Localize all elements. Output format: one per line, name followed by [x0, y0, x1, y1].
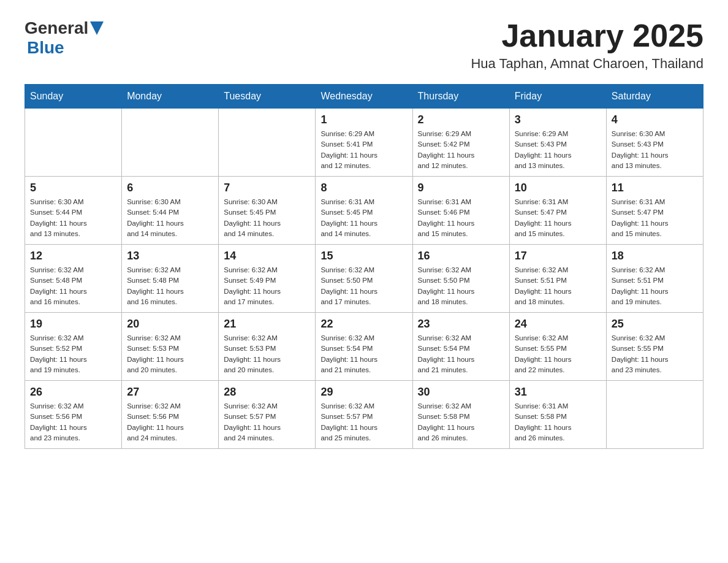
calendar-cell: 6Sunrise: 6:30 AMSunset: 5:44 PMDaylight… — [122, 177, 219, 245]
calendar-week-row-1: 1Sunrise: 6:29 AMSunset: 5:41 PMDaylight… — [25, 109, 703, 177]
day-number: 12 — [30, 250, 116, 262]
calendar-cell: 3Sunrise: 6:29 AMSunset: 5:43 PMDaylight… — [509, 109, 606, 177]
calendar-cell: 25Sunrise: 6:32 AMSunset: 5:55 PMDayligh… — [606, 313, 703, 381]
day-number: 20 — [127, 318, 213, 331]
day-number: 29 — [320, 386, 407, 399]
day-number: 2 — [418, 113, 504, 126]
day-info: Sunrise: 6:31 AMSunset: 5:47 PMDaylight:… — [515, 197, 601, 239]
day-info: Sunrise: 6:32 AMSunset: 5:48 PMDaylight:… — [127, 265, 213, 307]
calendar-cell: 24Sunrise: 6:32 AMSunset: 5:55 PMDayligh… — [509, 313, 606, 381]
day-info: Sunrise: 6:32 AMSunset: 5:50 PMDaylight:… — [320, 265, 407, 307]
month-title: January 2025 — [471, 18, 703, 53]
page-header: General Blue January 2025 Hua Taphan, Am… — [25, 18, 703, 72]
day-info: Sunrise: 6:32 AMSunset: 5:57 PMDaylight:… — [320, 401, 407, 443]
day-info: Sunrise: 6:30 AMSunset: 5:43 PMDaylight:… — [612, 129, 698, 171]
location-title: Hua Taphan, Amnat Charoen, Thailand — [471, 56, 703, 72]
day-info: Sunrise: 6:32 AMSunset: 5:53 PMDaylight:… — [127, 333, 213, 375]
calendar-cell: 18Sunrise: 6:32 AMSunset: 5:51 PMDayligh… — [606, 245, 703, 313]
logo-triangle-icon — [90, 21, 104, 35]
calendar-table: SundayMondayTuesdayWednesdayThursdayFrid… — [25, 84, 703, 449]
day-number: 21 — [224, 318, 310, 331]
day-number: 25 — [612, 318, 698, 331]
calendar-cell: 2Sunrise: 6:29 AMSunset: 5:42 PMDaylight… — [412, 109, 509, 177]
calendar-cell: 15Sunrise: 6:32 AMSunset: 5:50 PMDayligh… — [316, 245, 412, 313]
day-info: Sunrise: 6:32 AMSunset: 5:51 PMDaylight:… — [612, 265, 698, 307]
day-info: Sunrise: 6:32 AMSunset: 5:57 PMDaylight:… — [224, 401, 310, 443]
column-header-saturday: Saturday — [606, 85, 703, 109]
logo-general-text: General — [25, 18, 88, 38]
calendar-cell: 1Sunrise: 6:29 AMSunset: 5:41 PMDaylight… — [316, 109, 412, 177]
day-number: 10 — [515, 182, 601, 194]
day-info: Sunrise: 6:31 AMSunset: 5:46 PMDaylight:… — [418, 197, 504, 239]
column-header-wednesday: Wednesday — [316, 85, 412, 109]
calendar-cell: 21Sunrise: 6:32 AMSunset: 5:53 PMDayligh… — [219, 313, 316, 381]
calendar-cell — [25, 109, 122, 177]
svg-marker-0 — [90, 21, 104, 35]
day-info: Sunrise: 6:32 AMSunset: 5:52 PMDaylight:… — [30, 333, 116, 375]
day-info: Sunrise: 6:32 AMSunset: 5:55 PMDaylight:… — [515, 333, 601, 375]
calendar-cell — [606, 381, 703, 449]
day-info: Sunrise: 6:32 AMSunset: 5:48 PMDaylight:… — [30, 265, 116, 307]
day-number: 28 — [224, 386, 310, 399]
day-number: 18 — [612, 250, 698, 262]
day-number: 23 — [418, 318, 504, 331]
day-number: 26 — [30, 386, 116, 399]
title-section: January 2025 Hua Taphan, Amnat Charoen, … — [471, 18, 703, 72]
day-info: Sunrise: 6:29 AMSunset: 5:43 PMDaylight:… — [515, 129, 601, 171]
calendar-week-row-3: 12Sunrise: 6:32 AMSunset: 5:48 PMDayligh… — [25, 245, 703, 313]
calendar-cell: 26Sunrise: 6:32 AMSunset: 5:56 PMDayligh… — [25, 381, 122, 449]
day-info: Sunrise: 6:30 AMSunset: 5:44 PMDaylight:… — [127, 197, 213, 239]
day-number: 1 — [320, 113, 407, 126]
day-info: Sunrise: 6:32 AMSunset: 5:50 PMDaylight:… — [418, 265, 504, 307]
day-info: Sunrise: 6:31 AMSunset: 5:45 PMDaylight:… — [320, 197, 407, 239]
day-number: 9 — [418, 182, 504, 194]
day-number: 24 — [515, 318, 601, 331]
day-info: Sunrise: 6:31 AMSunset: 5:58 PMDaylight:… — [515, 401, 601, 443]
calendar-cell: 13Sunrise: 6:32 AMSunset: 5:48 PMDayligh… — [122, 245, 219, 313]
day-number: 14 — [224, 250, 310, 262]
day-number: 31 — [515, 386, 601, 399]
column-header-monday: Monday — [122, 85, 219, 109]
calendar-week-row-5: 26Sunrise: 6:32 AMSunset: 5:56 PMDayligh… — [25, 381, 703, 449]
calendar-header-row: SundayMondayTuesdayWednesdayThursdayFrid… — [25, 85, 703, 109]
calendar-week-row-2: 5Sunrise: 6:30 AMSunset: 5:44 PMDaylight… — [25, 177, 703, 245]
calendar-cell: 5Sunrise: 6:30 AMSunset: 5:44 PMDaylight… — [25, 177, 122, 245]
calendar-cell: 14Sunrise: 6:32 AMSunset: 5:49 PMDayligh… — [219, 245, 316, 313]
day-info: Sunrise: 6:29 AMSunset: 5:42 PMDaylight:… — [418, 129, 504, 171]
calendar-cell: 4Sunrise: 6:30 AMSunset: 5:43 PMDaylight… — [606, 109, 703, 177]
calendar-cell: 29Sunrise: 6:32 AMSunset: 5:57 PMDayligh… — [316, 381, 412, 449]
day-number: 27 — [127, 386, 213, 399]
day-number: 30 — [418, 386, 504, 399]
calendar-cell: 19Sunrise: 6:32 AMSunset: 5:52 PMDayligh… — [25, 313, 122, 381]
day-info: Sunrise: 6:29 AMSunset: 5:41 PMDaylight:… — [320, 129, 407, 171]
calendar-cell: 11Sunrise: 6:31 AMSunset: 5:47 PMDayligh… — [606, 177, 703, 245]
calendar-cell: 9Sunrise: 6:31 AMSunset: 5:46 PMDaylight… — [412, 177, 509, 245]
day-info: Sunrise: 6:32 AMSunset: 5:56 PMDaylight:… — [30, 401, 116, 443]
calendar-cell: 8Sunrise: 6:31 AMSunset: 5:45 PMDaylight… — [316, 177, 412, 245]
day-info: Sunrise: 6:32 AMSunset: 5:54 PMDaylight:… — [418, 333, 504, 375]
column-header-tuesday: Tuesday — [219, 85, 316, 109]
day-number: 17 — [515, 250, 601, 262]
day-info: Sunrise: 6:32 AMSunset: 5:51 PMDaylight:… — [515, 265, 601, 307]
calendar-cell: 17Sunrise: 6:32 AMSunset: 5:51 PMDayligh… — [509, 245, 606, 313]
column-header-sunday: Sunday — [25, 85, 122, 109]
column-header-thursday: Thursday — [412, 85, 509, 109]
day-number: 13 — [127, 250, 213, 262]
day-number: 7 — [224, 182, 310, 194]
day-number: 11 — [612, 182, 698, 194]
calendar-cell — [219, 109, 316, 177]
calendar-cell: 28Sunrise: 6:32 AMSunset: 5:57 PMDayligh… — [219, 381, 316, 449]
calendar-cell: 20Sunrise: 6:32 AMSunset: 5:53 PMDayligh… — [122, 313, 219, 381]
day-info: Sunrise: 6:32 AMSunset: 5:55 PMDaylight:… — [612, 333, 698, 375]
calendar-week-row-4: 19Sunrise: 6:32 AMSunset: 5:52 PMDayligh… — [25, 313, 703, 381]
calendar-cell — [122, 109, 219, 177]
calendar-cell: 31Sunrise: 6:31 AMSunset: 5:58 PMDayligh… — [509, 381, 606, 449]
day-info: Sunrise: 6:32 AMSunset: 5:54 PMDaylight:… — [320, 333, 407, 375]
day-info: Sunrise: 6:32 AMSunset: 5:49 PMDaylight:… — [224, 265, 310, 307]
day-info: Sunrise: 6:31 AMSunset: 5:47 PMDaylight:… — [612, 197, 698, 239]
calendar-cell: 30Sunrise: 6:32 AMSunset: 5:58 PMDayligh… — [412, 381, 509, 449]
day-number: 19 — [30, 318, 116, 331]
day-number: 15 — [320, 250, 407, 262]
day-number: 5 — [30, 182, 116, 194]
day-number: 22 — [320, 318, 407, 331]
